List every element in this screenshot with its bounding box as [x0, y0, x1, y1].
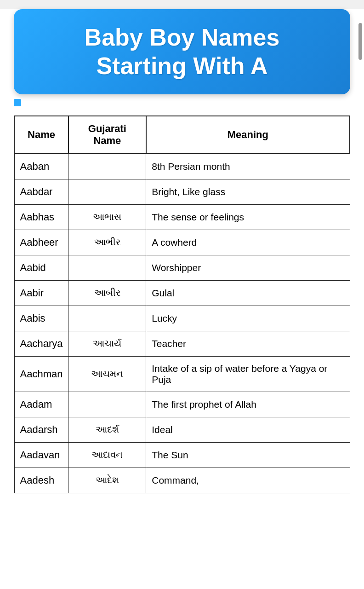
cell-gujarati: આભાસ: [68, 204, 146, 230]
page-container: Baby Boy Names Starting With A Name Guja…: [0, 9, 364, 589]
cell-meaning: Worshipper: [146, 255, 350, 280]
cell-meaning: The Sun: [146, 442, 350, 468]
table-row: Aaban8th Persian month: [14, 154, 350, 179]
scrollbar-thumb[interactable]: [358, 23, 362, 60]
cell-gujarati: આદર્શ: [68, 417, 146, 442]
cell-gujarati: [68, 179, 146, 204]
cell-name: Aabheer: [14, 230, 68, 255]
blue-indicator: [14, 99, 21, 106]
cell-gujarati: [68, 255, 146, 280]
header-banner: Baby Boy Names Starting With A: [14, 9, 350, 94]
cell-name: Aadavan: [14, 442, 68, 468]
cell-meaning: The first prophet of Allah: [146, 392, 350, 417]
table-row: AachmanઆચમનIntake of a sip of water befo…: [14, 356, 350, 392]
cell-name: Aadam: [14, 392, 68, 417]
cell-meaning: Ideal: [146, 417, 350, 442]
cell-name: Aadesh: [14, 468, 68, 493]
cell-name: Aachman: [14, 356, 68, 392]
cell-meaning: Teacher: [146, 331, 350, 356]
cell-gujarati: [68, 392, 146, 417]
cell-gujarati: આબીર: [68, 280, 146, 306]
table-row: AabdarBright, Like glass: [14, 179, 350, 204]
cell-meaning: Bright, Like glass: [146, 179, 350, 204]
cell-meaning: Command,: [146, 468, 350, 493]
cell-name: Aabdar: [14, 179, 68, 204]
table-row: AabidWorshipper: [14, 255, 350, 280]
table-row: Aadarshઆદર્શIdeal: [14, 417, 350, 442]
table-row: AadavanઆદાવનThe Sun: [14, 442, 350, 468]
cell-gujarati: આભીર: [68, 230, 146, 255]
table-row: AabheerઆભીરA cowherd: [14, 230, 350, 255]
cell-name: Aabid: [14, 255, 68, 280]
cell-name: Aacharya: [14, 331, 68, 356]
cell-gujarati: આચાર્ય: [68, 331, 146, 356]
table-row: AabirઆબીરGulal: [14, 280, 350, 306]
cell-meaning: Lucky: [146, 306, 350, 331]
cell-gujarati: આદાવન: [68, 442, 146, 468]
table-row: AabhasઆભાસThe sense or feelings: [14, 204, 350, 230]
cell-meaning: 8th Persian month: [146, 154, 350, 179]
cell-meaning: A cowherd: [146, 230, 350, 255]
table-row: AadamThe first prophet of Allah: [14, 392, 350, 417]
cell-name: Aadarsh: [14, 417, 68, 442]
cell-meaning: The sense or feelings: [146, 204, 350, 230]
cell-meaning: Intake of a sip of water before a Yagya …: [146, 356, 350, 392]
cell-gujarati: આદેશ: [68, 468, 146, 493]
table-container: Name Gujarati Name Meaning Aaban8th Pers…: [14, 115, 350, 493]
cell-name: Aabir: [14, 280, 68, 306]
col-header-meaning: Meaning: [146, 116, 350, 154]
cell-meaning: Gulal: [146, 280, 350, 306]
cell-gujarati: [68, 306, 146, 331]
cell-gujarati: [68, 154, 146, 179]
names-table: Name Gujarati Name Meaning Aaban8th Pers…: [14, 115, 350, 493]
table-row: AadeshઆદેશCommand,: [14, 468, 350, 493]
col-header-name: Name: [14, 116, 68, 154]
cell-name: Aabis: [14, 306, 68, 331]
cell-gujarati: આચમન: [68, 356, 146, 392]
table-row: Aacharyaઆચાર્યTeacher: [14, 331, 350, 356]
cell-name: Aabhas: [14, 204, 68, 230]
table-header-row: Name Gujarati Name Meaning: [14, 116, 350, 154]
header-title: Baby Boy Names Starting With A: [23, 23, 341, 81]
col-header-gujarati: Gujarati Name: [68, 116, 146, 154]
cell-name: Aaban: [14, 154, 68, 179]
table-row: AabisLucky: [14, 306, 350, 331]
